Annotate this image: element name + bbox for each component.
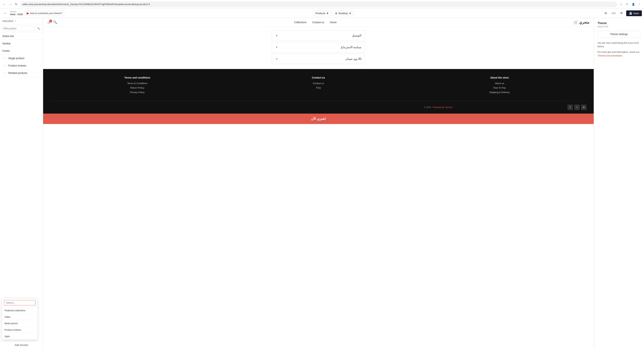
footer-link-privacy[interactable]: Privacy Policy [130,91,145,94]
nav-link-collections[interactable]: Collections [294,21,306,24]
social-icon-twitter[interactable]: t [574,104,580,110]
bookmark-icon[interactable]: ☆ [618,2,624,7]
accordion-warranty: ▼ 30 يوم ضمان [272,54,365,64]
sidebar-item-navbar[interactable]: Navbar › [0,40,43,47]
footer-link-terms[interactable]: Terms & Conditions [127,82,148,85]
footer-col-contact: Contact-us Contact us FAQ [232,76,406,94]
theme-version: Aura - 3.0.8 [10,13,23,16]
chevron-down-icon: ▼ [276,34,278,37]
footer-about-title: About the store [412,76,586,79]
cart-icon-wrapper[interactable]: 🛒 0 [48,21,51,24]
save-icon: 💾 [629,12,632,15]
sidebar-item-footer[interactable]: Footer › [0,47,43,55]
save-button[interactable]: 💾 Save [626,10,642,16]
footer-terms-links: Terms & Conditions Return Policy Privacy… [50,82,224,94]
gear-settings-icon[interactable]: ⚙ [602,10,609,16]
footer-bottom: © 2024 - Powered by YouCan f t in [50,104,586,110]
add-section-button[interactable]: Add Section [0,341,43,349]
editor-back-button[interactable]: ← [2,10,8,16]
chevron-down-icon: ▼ [276,58,278,60]
desktop-dropdown[interactable]: 🖥 Desktop ▼ [332,10,354,16]
right-panel-description1: You are now customising the Aura 3.0.8 t… [598,41,640,48]
sidebar-sections: ⋮⋮ Single product › ⋮⋮ Product reviews ›… [0,55,43,77]
footer-terms-title: Terms and conditions [50,76,224,79]
sidebar-nav-section: Notice bar Navbar › Footer › [0,32,43,55]
footer-link-contact[interactable]: Contact us [313,82,324,85]
cart-count: 0 [49,20,52,22]
navbar-right: متجري 🛒 [574,20,590,24]
sidebar-search-input[interactable] [2,26,35,31]
accordion-return: ▼ سياسة الاسترجاع [272,42,365,52]
address-bar[interactable] [20,2,617,7]
footer-label: Footer [2,50,40,52]
sidebar-item-single-product[interactable]: ⋮⋮ Single product › [0,55,43,62]
accordion-label-warranty: 30 يوم ضمان [345,57,361,60]
social-icon-facebook[interactable]: f [568,104,573,110]
sidebar-search-button[interactable]: 🔍 [36,26,41,31]
sidebar-item-related-products[interactable]: ⋮⋮ Related products › [0,69,43,77]
accordion-row-return[interactable]: ▼ سياسة الاسترجاع [272,42,365,52]
sidebar-item-notice-bar[interactable]: Notice bar [0,32,43,40]
popup-item-featured-collections[interactable]: Featured collections [2,307,38,314]
browser-chrome: ← → ↻ ☆ 🛡 👤 ⋮ [0,0,644,9]
footer-contact-title: Contact-us [232,76,406,79]
social-icon-linkedin[interactable]: in [581,104,586,110]
back-button[interactable]: ← [2,2,7,7]
popup-item-multi-column[interactable]: Multi-column [2,320,38,327]
footer-col-about: About the store About us How To Pay Ship… [412,76,586,94]
youtube-help-button[interactable]: ▶ How to customize your theme? [25,10,64,16]
themes-documentation-link[interactable]: Themes Documentation [598,54,622,57]
popup-item-apps[interactable]: Apps [2,333,38,340]
drag-handle-icon: ⋮⋮ [2,72,7,74]
description2-text: For more tips and information, check our [598,51,639,53]
popup-item-video[interactable]: Video [2,314,38,320]
footer-link-faq[interactable]: FAQ [316,86,321,89]
forward-button[interactable]: → [8,2,13,7]
accordion-row-warranty[interactable]: ▼ 30 يوم ضمان [272,54,365,64]
footer-link-how-to-pay[interactable]: How To Pay [493,86,506,89]
product-reviews-arrow-icon: › [40,64,40,67]
buy-now-bar[interactable]: اشتري الآن [43,114,594,124]
youtube-icon: ▶ [27,12,29,15]
topbar-actions: ⚙ </> 👁 💾 Save [602,10,642,16]
desktop-chevron-icon: ▼ [349,12,351,15]
nav-link-contact[interactable]: Contact us [312,21,324,24]
sidebar-item-product-reviews[interactable]: ⋮⋮ Product reviews › [0,62,43,69]
accordion-label-return: سياسة الاسترجاع [341,46,361,49]
powered-by-link[interactable]: Powered by YouCan [433,106,452,108]
eye-preview-icon[interactable]: 👁 [618,10,625,16]
products-dropdown[interactable]: Products ▼ [313,10,331,16]
right-panel-subtitle: Aura 3.0.8 [598,25,640,28]
social-icons: f t in [568,104,586,110]
accordion-delivery: ▼ التوصيل [272,30,365,40]
drag-handle-icon: ⋮⋮ [2,64,7,67]
topbar-center: Products ▼ 🖥 Desktop ▼ [66,10,600,16]
right-panel: Theme Aura 3.0.8 Theme Settings You are … [594,18,644,349]
nav-link-home[interactable]: Home [330,21,336,24]
accordion-row-delivery[interactable]: ▼ التوصيل [272,30,365,40]
popup-item-product-reviews[interactable]: Product reviews [2,327,38,333]
footer-link-shipping[interactable]: Shipping & Delivery [489,91,510,94]
footer-link-return[interactable]: Return Policy [130,86,144,89]
right-panel-title: Theme [598,22,640,25]
related-products-label: Related products [8,72,40,74]
add-section-popup: Featured collections Video Multi-column … [2,298,38,340]
footer-link-about[interactable]: About us [495,82,504,85]
left-sidebar: PREVIEW ↗ 🔍 Notice bar Navbar › Footer ›… [0,18,43,349]
extension-icon[interactable]: 🛡 [624,2,630,7]
navbar-arrow-icon: › [40,42,40,45]
browser-actions: ☆ 🛡 👤 ⋮ [618,2,642,7]
theme-settings-button[interactable]: Theme Settings [598,31,640,38]
popup-search-input[interactable] [4,300,36,305]
theme-label: Theme [10,10,23,13]
external-link-icon[interactable]: ↗ [14,20,16,22]
code-view-icon[interactable]: </> [610,10,617,16]
footer-about-links: About us How To Pay Shipping & Delivery [412,82,586,94]
right-panel-description2: For more tips and information, check our… [598,50,640,57]
menu-icon[interactable]: ⋮ [637,2,642,7]
footer-arrow-icon: › [40,50,40,52]
navbar-left: 🛒 0 🔍 [48,20,57,24]
search-icon[interactable]: 🔍 [53,20,57,24]
profile-icon[interactable]: 👤 [631,2,636,7]
reload-button[interactable]: ↻ [14,2,19,7]
